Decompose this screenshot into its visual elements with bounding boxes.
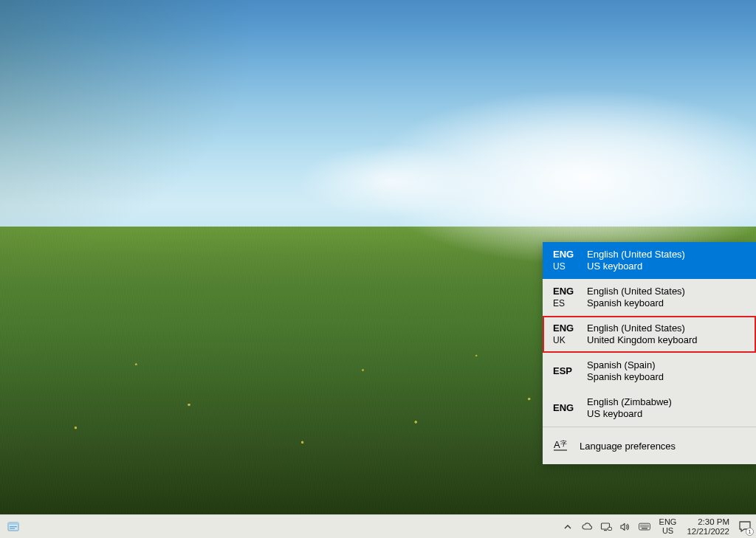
svg-rect-16	[647, 525, 648, 525]
system-tray: ENG US 2:30 PM 12/21/2022 1	[562, 515, 756, 538]
tray-network-icon[interactable]	[600, 521, 612, 533]
language-name: English (United States)	[587, 323, 747, 334]
tray-date: 12/21/2022	[687, 527, 729, 537]
svg-rect-18	[642, 526, 642, 527]
language-desc: English (United States) United Kingdom k…	[584, 323, 747, 347]
language-code-top: ENG	[553, 286, 584, 297]
tray-action-center[interactable]: 1	[738, 520, 752, 534]
svg-rect-14	[645, 525, 645, 525]
language-preferences-link[interactable]: A 字 Language preferences	[543, 427, 756, 464]
svg-rect-23	[642, 528, 647, 528]
tray-language-top: ENG	[659, 518, 677, 527]
svg-rect-5	[10, 526, 17, 527]
svg-rect-11	[640, 525, 641, 525]
svg-rect-17	[640, 526, 641, 527]
keyboard-icon	[639, 522, 650, 532]
tray-clock[interactable]: 2:30 PM 12/21/2022	[685, 517, 731, 536]
svg-rect-6	[10, 528, 15, 528]
svg-rect-12	[642, 525, 642, 525]
tray-volume-icon[interactable]	[619, 521, 631, 533]
taskbar: ENG US 2:30 PM 12/21/2022 1	[0, 514, 756, 538]
cloud-icon	[581, 521, 593, 533]
language-code-top: ENG	[553, 249, 584, 261]
keyboard-name: United Kingdom keyboard	[587, 334, 747, 346]
language-name: English (United States)	[587, 286, 747, 297]
language-name: English (United States)	[587, 249, 747, 261]
tray-weather-icon[interactable]	[581, 521, 593, 533]
language-item-esp[interactable]: ESP Spanish (Spain) Spanish keyboard	[543, 353, 756, 390]
language-desc: Spanish (Spain) Spanish keyboard	[584, 359, 747, 384]
language-item-eng-zw[interactable]: ENG English (Zimbabwe) US keyboard	[543, 390, 756, 427]
language-code: ESP	[553, 365, 584, 377]
tray-language-bot: US	[662, 527, 673, 536]
language-code: ENG UK	[553, 323, 584, 345]
tray-ime-icon[interactable]	[639, 521, 650, 533]
keyboard-name: US keyboard	[587, 261, 747, 272]
language-item-eng-us[interactable]: ENG US English (United States) US keyboa…	[543, 242, 756, 279]
svg-text:字: 字	[560, 440, 567, 447]
monitor-network-icon	[600, 521, 612, 533]
language-code-top: ENG	[553, 402, 584, 414]
keyboard-name: Spanish keyboard	[587, 371, 747, 383]
svg-text:A: A	[554, 439, 560, 450]
language-name: Spanish (Spain)	[587, 359, 747, 371]
language-name: English (Zimbabwe)	[587, 396, 747, 408]
svg-rect-15	[646, 525, 647, 525]
language-code-bot: US	[553, 261, 584, 272]
svg-rect-21	[646, 526, 647, 527]
taskbar-left	[0, 518, 24, 536]
taskbar-app-button[interactable]	[4, 518, 24, 536]
svg-rect-8	[604, 530, 607, 531]
tray-language-indicator[interactable]: ENG US	[658, 518, 678, 535]
language-item-eng-es[interactable]: ENG ES English (United States) Spanish k…	[543, 279, 756, 316]
language-code: ENG US	[553, 249, 584, 272]
language-preferences-label: Language preferences	[580, 441, 676, 452]
keyboard-name: US keyboard	[587, 408, 747, 420]
chevron-up-icon	[563, 522, 573, 532]
language-prefs-icon: A 字	[553, 438, 569, 454]
language-code-bot: ES	[553, 298, 584, 309]
language-desc: English (United States) US keyboard	[584, 249, 747, 273]
language-code-bot: UK	[553, 335, 584, 346]
svg-rect-19	[643, 526, 644, 527]
language-switcher-popup: ENG US English (United States) US keyboa…	[543, 242, 756, 464]
svg-rect-9	[608, 527, 611, 530]
language-code: ENG ES	[553, 286, 584, 308]
svg-rect-4	[8, 523, 18, 525]
app-icon	[7, 520, 21, 534]
svg-rect-13	[643, 525, 644, 525]
notification-badge: 1	[746, 528, 754, 536]
language-desc: English (Zimbabwe) US keyboard	[584, 396, 747, 421]
language-code: ENG	[553, 402, 584, 414]
svg-rect-22	[647, 526, 648, 527]
svg-rect-20	[645, 526, 645, 527]
language-code-top: ESP	[553, 365, 584, 377]
tray-overflow-button[interactable]	[562, 521, 574, 533]
language-code-top: ENG	[553, 323, 584, 334]
language-desc: English (United States) Spanish keyboard	[584, 286, 747, 310]
keyboard-name: Spanish keyboard	[587, 297, 747, 309]
speaker-icon	[619, 521, 631, 533]
language-item-eng-uk[interactable]: ENG UK English (United States) United Ki…	[543, 316, 756, 353]
tray-time: 2:30 PM	[698, 517, 729, 527]
